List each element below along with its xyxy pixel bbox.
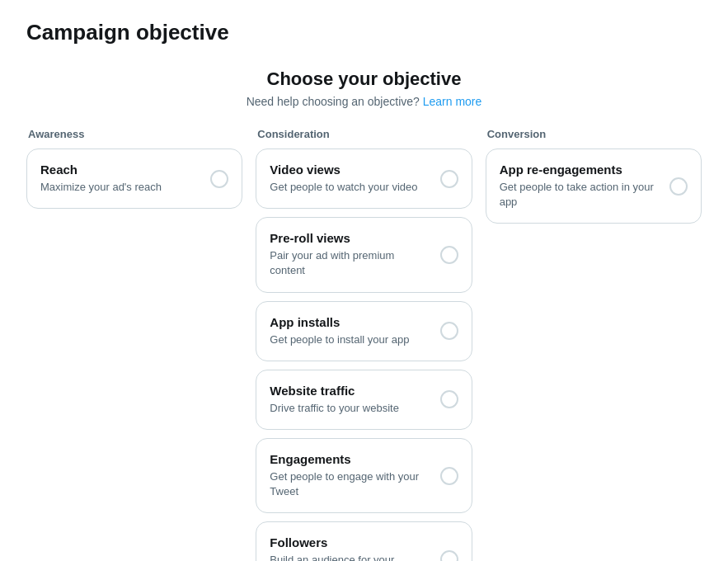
option-title-app-installs: App installs (270, 315, 430, 329)
column-awareness: AwarenessReachMaximize your ad's reach (26, 128, 242, 217)
option-title-engagements: Engagements (270, 452, 430, 466)
radio-followers[interactable] (440, 550, 458, 561)
column-conversion: ConversionApp re-engagementsGet people t… (486, 128, 702, 232)
column-label-awareness: Awareness (26, 128, 242, 140)
radio-app-re-engagements[interactable] (669, 177, 688, 196)
option-card-engagements[interactable]: EngagementsGet people to engage with you… (256, 438, 472, 513)
page-title: Campaign objective (26, 20, 702, 45)
option-card-pre-roll-views[interactable]: Pre-roll viewsPair your ad with premium … (256, 217, 472, 292)
option-card-reach[interactable]: ReachMaximize your ad's reach (26, 148, 242, 209)
objectives-grid: AwarenessReachMaximize your ad's reachCo… (26, 128, 702, 561)
option-title-followers: Followers (270, 535, 430, 549)
option-desc-engagements: Get people to engage with your Tweet (270, 469, 430, 499)
option-text-pre-roll-views: Pre-roll viewsPair your ad with premium … (270, 231, 439, 278)
option-text-video-views: Video viewsGet people to watch your vide… (270, 163, 439, 195)
option-card-app-re-engagements[interactable]: App re-engagementsGet people to take act… (486, 148, 702, 224)
option-text-app-re-engagements: App re-engagementsGet people to take act… (500, 163, 669, 210)
option-card-website-traffic[interactable]: Website trafficDrive traffic to your web… (256, 370, 472, 430)
option-desc-followers: Build an audience for your account (270, 553, 430, 561)
option-card-app-installs[interactable]: App installsGet people to install your a… (256, 301, 472, 361)
option-desc-app-installs: Get people to install your app (270, 332, 430, 347)
choose-heading: Choose your objective (26, 68, 702, 90)
column-label-conversion: Conversion (486, 128, 702, 140)
option-text-app-installs: App installsGet people to install your a… (270, 315, 439, 347)
option-title-video-views: Video views (270, 163, 430, 177)
option-card-followers[interactable]: FollowersBuild an audience for your acco… (256, 521, 472, 561)
radio-app-installs[interactable] (440, 322, 458, 340)
learn-more-link[interactable]: Learn more (423, 95, 482, 108)
option-text-engagements: EngagementsGet people to engage with you… (270, 452, 439, 499)
option-title-pre-roll-views: Pre-roll views (270, 231, 430, 245)
radio-pre-roll-views[interactable] (440, 246, 458, 264)
option-desc-pre-roll-views: Pair your ad with premium content (270, 248, 430, 278)
choose-section: Choose your objective Need help choosing… (26, 68, 702, 108)
column-consideration: ConsiderationVideo viewsGet people to wa… (256, 128, 472, 561)
choose-subtext: Need help choosing an objective? Learn m… (26, 95, 702, 108)
option-title-app-re-engagements: App re-engagements (500, 163, 660, 177)
radio-website-traffic[interactable] (440, 390, 458, 408)
radio-reach[interactable] (210, 170, 228, 188)
radio-engagements[interactable] (440, 467, 458, 485)
option-desc-website-traffic: Drive traffic to your website (270, 401, 430, 416)
option-text-website-traffic: Website trafficDrive traffic to your web… (270, 384, 439, 416)
option-card-video-views[interactable]: Video viewsGet people to watch your vide… (256, 148, 472, 209)
column-label-consideration: Consideration (256, 128, 472, 140)
option-desc-reach: Maximize your ad's reach (40, 180, 200, 195)
radio-video-views[interactable] (440, 170, 458, 188)
option-text-reach: ReachMaximize your ad's reach (40, 163, 210, 195)
option-title-website-traffic: Website traffic (270, 384, 430, 398)
option-desc-video-views: Get people to watch your video (270, 180, 430, 195)
option-text-followers: FollowersBuild an audience for your acco… (270, 535, 439, 561)
option-desc-app-re-engagements: Get people to take action in your app (500, 180, 660, 210)
option-title-reach: Reach (40, 163, 200, 177)
